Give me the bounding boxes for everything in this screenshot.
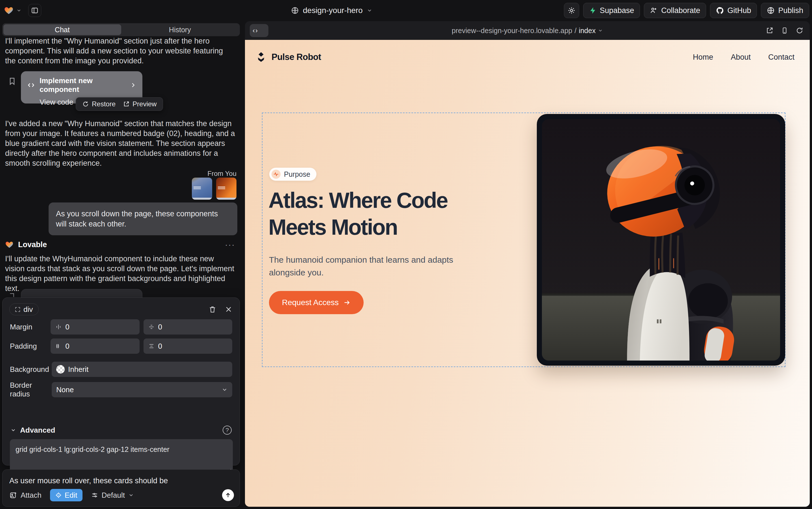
chat-composer[interactable]: As user mouse roll over, these cards sho… [2,469,240,507]
message-menu-button[interactable]: ··· [225,240,235,249]
padding-y-input[interactable]: 0 [144,338,232,354]
model-mode-selector[interactable]: Default [91,491,134,500]
background-input[interactable]: Inherit [52,362,232,377]
hero-headline: Atlas: Where Code Meets Motion [268,187,497,241]
nav-home[interactable]: Home [693,53,713,62]
publish-globe-icon [767,6,775,14]
delete-element-button[interactable] [209,305,216,313]
border-radius-value: None [56,385,74,394]
background-value: Inherit [68,365,88,374]
restore-icon [82,101,89,107]
attachment-image-orange[interactable] [216,178,236,200]
chevron-right-icon [130,82,136,88]
element-tag: div [24,305,33,314]
assistant-message: I'll implement the "Why Humanoid" sectio… [5,36,235,66]
collaborate-button[interactable]: Collaborate [644,3,706,18]
settings-button[interactable] [564,3,579,18]
chevron-down-icon [222,386,228,393]
site-header: Pulse Robot Home About Contact [255,51,795,63]
site-brand-name: Pulse Robot [271,52,321,62]
hero-robot-card [537,114,785,366]
margin-x-input[interactable]: 0 [50,319,139,335]
edit-mode-button[interactable]: Edit [50,489,82,501]
component-card-partial[interactable] [21,289,142,299]
advanced-label: Advanced [20,426,55,435]
preview-label: Preview [133,100,156,108]
preview-button[interactable]: Preview [123,100,156,108]
help-icon[interactable]: ? [223,426,232,435]
refresh-button[interactable] [796,27,804,34]
site-brand[interactable]: Pulse Robot [255,51,321,63]
selected-element-chip[interactable]: div [9,303,39,315]
advanced-section-header[interactable]: Advanced ? [3,426,239,435]
margin-y-input[interactable]: 0 [144,319,232,335]
collaborate-label: Collaborate [661,6,700,15]
lovable-logo-icon[interactable] [4,6,13,15]
margin-x-value: 0 [65,323,69,331]
chevron-down-icon [10,427,16,433]
background-label: Background [10,365,52,374]
padding-vertical-icon [148,343,155,349]
publish-label: Publish [778,6,803,15]
classes-value: grid grid-cols-1 lg:grid-cols-2 gap-12 i… [15,445,170,453]
border-radius-select[interactable]: None [52,382,232,397]
send-button[interactable] [222,489,234,501]
border-radius-label: Border radius [10,381,52,399]
site-nav: Home About Contact [693,53,795,62]
assistant-name: Lovable [18,240,47,249]
request-access-button[interactable]: Request Access [269,291,364,314]
assistant-header: Lovable ··· [5,240,235,249]
github-button[interactable]: GitHub [710,3,757,18]
padding-x-value: 0 [65,342,69,351]
publish-button[interactable]: Publish [761,3,809,18]
user-message-bubble: As you scroll down the page, these compo… [48,202,237,235]
purpose-label: Purpose [284,170,310,178]
lovable-heart-icon [5,240,13,249]
component-card-title: Implement new component [40,76,121,94]
from-you-label: From You [208,170,236,178]
attach-button[interactable]: Attach [9,491,41,500]
bookmark-icon[interactable] [8,77,16,86]
supabase-button[interactable]: Supabase [583,3,640,18]
supabase-icon [589,7,596,14]
mode-label: Default [102,491,125,500]
layers-logo-icon [255,51,267,63]
restore-button[interactable]: Restore [82,100,116,108]
padding-horizontal-icon [55,343,62,349]
margin-label: Margin [10,323,50,331]
assistant-message: I've added a new "Why Humanoid" section … [5,119,235,168]
restore-label: Restore [92,100,116,108]
external-link-icon [123,101,130,107]
nav-contact[interactable]: Contact [768,53,795,62]
close-inspector-button[interactable] [225,306,232,313]
open-in-new-tab-button[interactable] [766,27,774,34]
collaborate-icon [650,6,658,14]
attachment-image-blue[interactable] [192,178,212,200]
chat-panel: Chat History I'll implement the "Why Hum… [2,23,240,507]
dashed-selection-icon [15,307,20,312]
globe-icon [291,6,299,14]
project-selector[interactable]: design-your-hero [291,0,372,21]
margin-horizontal-icon [55,324,62,330]
preview-url-bar[interactable]: preview--design-your-hero.lovable.app / … [452,27,603,35]
purpose-badge: Purpose [269,168,317,181]
pulse-icon [271,170,281,179]
code-icon [27,81,35,89]
preview-viewport: Pulse Robot Home About Contact Purpose A… [245,40,810,507]
padding-x-input[interactable]: 0 [50,338,139,354]
sidebar-toggle-button[interactable] [28,4,41,17]
code-view-toggle[interactable]: ‹› [250,24,268,37]
preview-page: index [579,27,596,35]
chevron-down-icon [367,8,372,13]
nav-about[interactable]: About [731,53,751,62]
app-topbar: design-your-hero Supabase Collaborate [0,0,812,21]
supabase-label: Supabase [600,6,634,15]
margin-vertical-icon [148,324,155,330]
mobile-view-button[interactable] [781,27,788,34]
composer-input[interactable]: As user mouse roll over, these cards sho… [9,476,233,485]
chevron-down-icon[interactable] [16,8,22,13]
edit-label: Edit [65,491,77,500]
padding-y-value: 0 [158,342,162,351]
sliders-icon [91,491,98,499]
restore-preview-toolbar: Restore Preview [76,97,163,111]
